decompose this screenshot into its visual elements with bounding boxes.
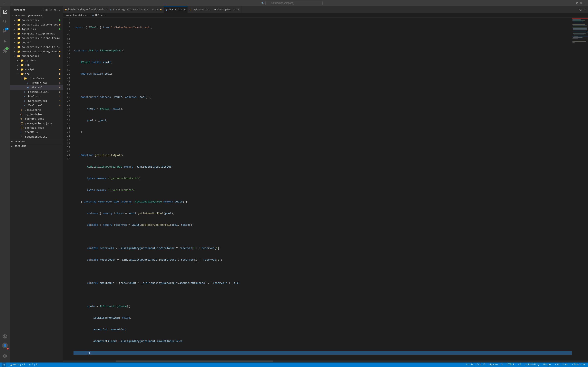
tab-remappings[interactable]: ≡ remappings.txt (212, 6, 242, 13)
tab-label: remappings.txt (217, 8, 240, 11)
tab-strategy[interactable]: ◈ Strategy.sol superhack24 · src 4 (108, 6, 164, 13)
prettier-status[interactable]: ✓ Prettier (571, 363, 586, 367)
sidebar-actions: + ⊞ ↺ ⊟ ··· (42, 8, 61, 12)
list-item[interactable]: ▶ 📁 Kakapuka-telegram-bot (10, 31, 63, 36)
activity-remote[interactable] (0, 332, 10, 341)
code-line (73, 269, 572, 273)
activity-run[interactable] (0, 36, 10, 46)
breadcrumb-file[interactable]: ◈ ALM.sol (92, 14, 105, 17)
collapse-button[interactable]: ⊟ (53, 8, 56, 12)
activity-explorer[interactable] (0, 7, 10, 17)
code-line: amountOut: amountOut, (73, 328, 572, 332)
item-label: .github (25, 59, 61, 62)
title-search-input[interactable] (265, 1, 323, 5)
folder-icon: 📂 (20, 72, 24, 76)
back-button[interactable]: ← (2, 1, 8, 5)
more-options-button[interactable]: ··· (57, 8, 61, 12)
breadcrumb-src[interactable]: src (85, 14, 89, 17)
outline-header[interactable]: ▶ OUTLINE (10, 139, 63, 144)
list-item[interactable]: ▾ 📂 src (10, 72, 63, 76)
timeline-header[interactable]: ▶ TIMELINE (10, 144, 63, 149)
split-icon[interactable]: ⧉ (580, 1, 582, 5)
customize-icon[interactable]: ☰ (583, 1, 586, 5)
refresh-button[interactable]: ↺ (49, 8, 52, 12)
list-item[interactable]: ▶ 📁 toucanrelay-client-frame (10, 36, 63, 40)
list-item[interactable]: ◇ .gitignore (10, 108, 63, 112)
line-num: 38 (67, 142, 70, 146)
alm-sol-item[interactable]: ◈ ALM.sol 4 (10, 85, 63, 90)
txt-tab-icon: ≡ (214, 8, 216, 11)
layout-icon[interactable]: ⊟ (576, 1, 578, 5)
editor-content[interactable]: 6 7 8 9 10 11 12 13 14 15 16 17 18 19 20… (63, 18, 588, 360)
list-item[interactable]: ◈ Strategy.sol 4 (10, 99, 63, 103)
list-item[interactable]: ▶ 📁 .github (10, 58, 63, 63)
list-item[interactable]: ◈ FeeModule.sol 2 (10, 90, 63, 94)
list-item[interactable]: ▶ 📁 AgentSims (10, 27, 63, 31)
tab-gitmodules[interactable]: ◇ .gitmodules (188, 6, 212, 13)
list-item[interactable]: ◈ Pool.sol 2 (10, 94, 63, 99)
tab-alm[interactable]: ◈ ALM.sol 4 ✕ (164, 6, 188, 13)
line-numbers: 6 7 8 9 10 11 12 13 14 15 16 17 18 19 20… (63, 18, 73, 360)
status-bar-left: ⟩⟨ ⎇ main ↻ 42 ✕ 7 ⚠ 0 (2, 363, 38, 367)
workspace-heading[interactable]: ▾ UNTITLED (WORKSPACE) (10, 13, 63, 18)
list-item[interactable]: ◇ .gitmodules (10, 112, 63, 117)
split-editor-button[interactable]: ⧉ (579, 8, 582, 12)
tab-tokenized[interactable]: ized-strategy-foundry-mix · src M (63, 6, 108, 13)
list-item[interactable]: {} package-lock.json (10, 121, 63, 125)
code-area[interactable]: import { IVault } from './interfaces/IVa… (73, 18, 572, 360)
encoding-status[interactable]: UTF-8 (506, 363, 515, 367)
list-item[interactable]: ◈ IVault.sol 1 (10, 81, 63, 85)
list-item[interactable]: ⚙ foundry.toml (10, 117, 63, 121)
breadcrumb-workspace[interactable]: superhack24 (66, 14, 82, 17)
tab-dot (65, 9, 67, 10)
svg-rect-11 (572, 27, 587, 28)
code-line (73, 235, 572, 239)
forward-button[interactable]: → (9, 1, 14, 5)
list-item[interactable]: ℹ README.md (10, 130, 63, 134)
line-ending-status[interactable]: LF (517, 363, 522, 367)
code-line: ) external view override returns (ALMLiq… (73, 200, 572, 204)
formatter-status[interactable]: Nargo (543, 363, 552, 367)
remote-status[interactable]: ⟩⟨ (2, 363, 6, 367)
list-item[interactable]: ≡ remappings.txt (10, 134, 63, 139)
errors-status[interactable]: ✕ 7 ⚠ 0 (28, 363, 38, 367)
expand-placeholder (17, 136, 20, 138)
cursor-position[interactable]: Ln 34, Col 12 (466, 363, 486, 367)
more-tabs-button[interactable]: ··· (583, 8, 587, 12)
scrollbar-track[interactable] (63, 360, 588, 362)
title-bar-center: 🔍 (265, 1, 323, 5)
list-item[interactable]: {} package.json (10, 125, 63, 130)
list-item[interactable]: ▶ 📁 script (10, 67, 63, 72)
code-line: amountInFilled: _almLiquidityQuoteInput.… (73, 339, 572, 343)
activity-search[interactable] (0, 17, 10, 26)
list-item[interactable]: ▶ 📁 toucanrelay (10, 18, 63, 22)
list-item[interactable]: ▶ 📁 tokenized-strategy-foundry-mix (10, 49, 63, 54)
folder-icon: 📁 (20, 59, 24, 62)
list-item[interactable]: ▾ 📂 interfaces (10, 76, 63, 81)
horizontal-scrollbar[interactable] (63, 360, 588, 363)
list-item[interactable]: ▶ 📁 docker (10, 40, 63, 45)
line-num: 18 (67, 64, 70, 68)
item-label: src (25, 73, 59, 76)
list-item[interactable]: ▶ 📁 toucanrelay-client-telegram (10, 45, 63, 49)
breadcrumb-sep: › (90, 14, 91, 17)
branch-status[interactable]: ⎇ main ↻ 42 (9, 363, 26, 367)
line-num: 32 (67, 118, 70, 122)
activity-settings[interactable] (0, 351, 10, 361)
live-server-status[interactable]: ⚡ Go Live (554, 363, 568, 367)
scrollbar-thumb[interactable] (116, 360, 273, 362)
new-folder-button[interactable]: ⊞ (45, 8, 48, 12)
tab-close-button[interactable]: ✕ (184, 8, 185, 11)
code-line: ALMLiquidityQuoteInput memory _almLiquid… (73, 165, 572, 169)
new-file-button[interactable]: + (42, 8, 44, 12)
list-item[interactable]: ▶ 📁 lib (10, 63, 63, 67)
sol-file-icon: ◈ (27, 81, 31, 85)
language-status[interactable]: ◈ Solidity (525, 363, 540, 367)
list-item[interactable]: ◈ Vault.sol 6 (10, 103, 63, 108)
list-item[interactable]: ▶ 📁 toucanrelay-discord-bot (10, 22, 63, 27)
activity-source-control[interactable]: 12 (0, 26, 10, 36)
activity-account[interactable]: 👤 (0, 341, 10, 351)
indentation-status[interactable]: Spaces: 2 (489, 363, 503, 367)
list-item[interactable]: ▾ 📂 superhack24 (10, 54, 63, 58)
activity-extensions[interactable]: 5 (0, 46, 10, 56)
